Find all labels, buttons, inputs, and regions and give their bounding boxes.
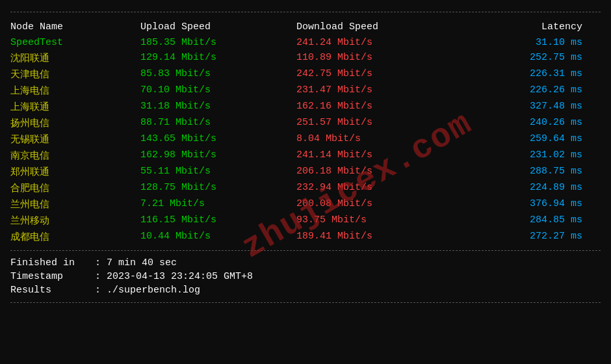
download-speed: 241.24 Mbit/s bbox=[296, 37, 465, 48]
upload-speed: 128.75 Mbit/s bbox=[140, 182, 296, 194]
footer-timestamp-value: : 2023-04-13 23:24:05 GMT+8 bbox=[95, 271, 253, 282]
table-row: 上海电信70.10 Mbit/s231.47 Mbit/s226.26 ms bbox=[10, 83, 601, 99]
latency-value: 224.89 ms bbox=[465, 182, 582, 194]
download-speed: 110.89 Mbit/s bbox=[296, 52, 465, 64]
node-name: 无锡联通 bbox=[10, 133, 140, 146]
table-row: 成都电信10.44 Mbit/s189.41 Mbit/s272.27 ms bbox=[10, 229, 601, 245]
latency-value: 252.75 ms bbox=[465, 52, 582, 64]
download-speed: 162.16 Mbit/s bbox=[296, 101, 465, 113]
footer-timestamp: Timestamp : 2023-04-13 23:24:05 GMT+8 bbox=[10, 270, 601, 283]
col-header-upload: Upload Speed bbox=[140, 21, 296, 32]
upload-speed: 70.10 Mbit/s bbox=[140, 84, 296, 97]
footer-results: Results : ./superbench.log bbox=[10, 283, 601, 297]
footer-bottom-divider bbox=[10, 302, 601, 303]
footer-finished: Finished in : 7 min 40 sec bbox=[10, 256, 601, 270]
upload-speed: 10.44 Mbit/s bbox=[140, 231, 296, 243]
download-speed: 242.75 Mbit/s bbox=[296, 68, 465, 81]
col-header-latency: Latency bbox=[465, 21, 582, 32]
table-row: 兰州电信7.21 Mbit/s200.08 Mbit/s376.94 ms bbox=[10, 196, 601, 213]
node-name: 扬州电信 bbox=[10, 117, 140, 129]
table-row: 郑州联通55.11 Mbit/s206.18 Mbit/s288.75 ms bbox=[10, 164, 601, 180]
upload-speed: 7.21 Mbit/s bbox=[140, 198, 296, 211]
download-speed: 232.94 Mbit/s bbox=[296, 182, 465, 194]
table-row: 南京电信162.98 Mbit/s241.14 Mbit/s231.02 ms bbox=[10, 148, 601, 164]
table-row: 天津电信85.83 Mbit/s242.75 Mbit/s226.31 ms bbox=[10, 66, 601, 83]
upload-speed: 162.98 Mbit/s bbox=[140, 150, 296, 162]
latency-value: 272.27 ms bbox=[465, 231, 582, 243]
footer: Finished in : 7 min 40 sec Timestamp : 2… bbox=[10, 256, 601, 297]
footer-finished-value: : 7 min 40 sec bbox=[95, 257, 177, 268]
latency-value: 284.85 ms bbox=[465, 214, 582, 227]
node-name: 郑州联通 bbox=[10, 166, 140, 178]
upload-speed: 129.14 Mbit/s bbox=[140, 52, 296, 64]
table-row: 扬州电信88.71 Mbit/s251.57 Mbit/s240.26 ms bbox=[10, 115, 601, 131]
node-name: 成都电信 bbox=[10, 231, 140, 243]
footer-results-label: Results bbox=[10, 285, 95, 296]
download-speed: 189.41 Mbit/s bbox=[296, 231, 465, 243]
latency-value: 226.26 ms bbox=[465, 84, 582, 97]
upload-speed: 85.83 Mbit/s bbox=[140, 68, 296, 81]
download-speed: 93.75 Mbit/s bbox=[296, 214, 465, 227]
node-name: 沈阳联通 bbox=[10, 52, 140, 64]
download-speed: 200.08 Mbit/s bbox=[296, 198, 465, 211]
latency-value: 31.10 ms bbox=[465, 37, 582, 48]
upload-speed: 185.35 Mbit/s bbox=[140, 37, 296, 48]
node-name: 兰州电信 bbox=[10, 198, 140, 211]
latency-value: 327.48 ms bbox=[465, 101, 582, 113]
download-speed: 8.04 Mbit/s bbox=[296, 133, 465, 146]
latency-value: 376.94 ms bbox=[465, 198, 582, 211]
node-name: SpeedTest bbox=[10, 37, 140, 48]
download-speed: 206.18 Mbit/s bbox=[296, 166, 465, 178]
upload-speed: 31.18 Mbit/s bbox=[140, 101, 296, 113]
node-name: 上海电信 bbox=[10, 84, 140, 97]
footer-finished-label: Finished in bbox=[10, 257, 95, 268]
latency-value: 259.64 ms bbox=[465, 133, 582, 146]
upload-speed: 88.71 Mbit/s bbox=[140, 117, 296, 129]
download-speed: 251.57 Mbit/s bbox=[296, 117, 465, 129]
upload-speed: 55.11 Mbit/s bbox=[140, 166, 296, 178]
col-header-download: Download Speed bbox=[296, 21, 465, 32]
upload-speed: 116.15 Mbit/s bbox=[140, 214, 296, 227]
latency-value: 231.02 ms bbox=[465, 150, 582, 162]
node-name: 上海联通 bbox=[10, 101, 140, 113]
table-body: SpeedTest185.35 Mbit/s241.24 Mbit/s31.10… bbox=[10, 35, 601, 245]
table-row: 沈阳联通129.14 Mbit/s110.89 Mbit/s252.75 ms bbox=[10, 50, 601, 66]
download-speed: 241.14 Mbit/s bbox=[296, 150, 465, 162]
table-row: 无锡联通143.65 Mbit/s8.04 Mbit/s259.64 ms bbox=[10, 131, 601, 148]
bottom-divider bbox=[10, 250, 601, 251]
latency-value: 240.26 ms bbox=[465, 117, 582, 129]
node-name: 天津电信 bbox=[10, 68, 140, 81]
node-name: 合肥电信 bbox=[10, 182, 140, 194]
table-row: 上海联通31.18 Mbit/s162.16 Mbit/s327.48 ms bbox=[10, 99, 601, 115]
table-row: 合肥电信128.75 Mbit/s232.94 Mbit/s224.89 ms bbox=[10, 180, 601, 196]
node-name: 兰州移动 bbox=[10, 214, 140, 227]
col-header-node: Node Name bbox=[10, 21, 140, 32]
latency-value: 288.75 ms bbox=[465, 166, 582, 178]
upload-speed: 143.65 Mbit/s bbox=[140, 133, 296, 146]
latency-value: 226.31 ms bbox=[465, 68, 582, 81]
table-row: 兰州移动116.15 Mbit/s93.75 Mbit/s284.85 ms bbox=[10, 213, 601, 229]
download-speed: 231.47 Mbit/s bbox=[296, 84, 465, 97]
table-row: SpeedTest185.35 Mbit/s241.24 Mbit/s31.10… bbox=[10, 35, 601, 50]
footer-timestamp-label: Timestamp bbox=[10, 271, 95, 282]
top-divider bbox=[10, 12, 601, 12]
table-header: Node Name Upload Speed Download Speed La… bbox=[10, 18, 601, 35]
node-name: 南京电信 bbox=[10, 150, 140, 162]
footer-results-value: : ./superbench.log bbox=[95, 285, 200, 296]
